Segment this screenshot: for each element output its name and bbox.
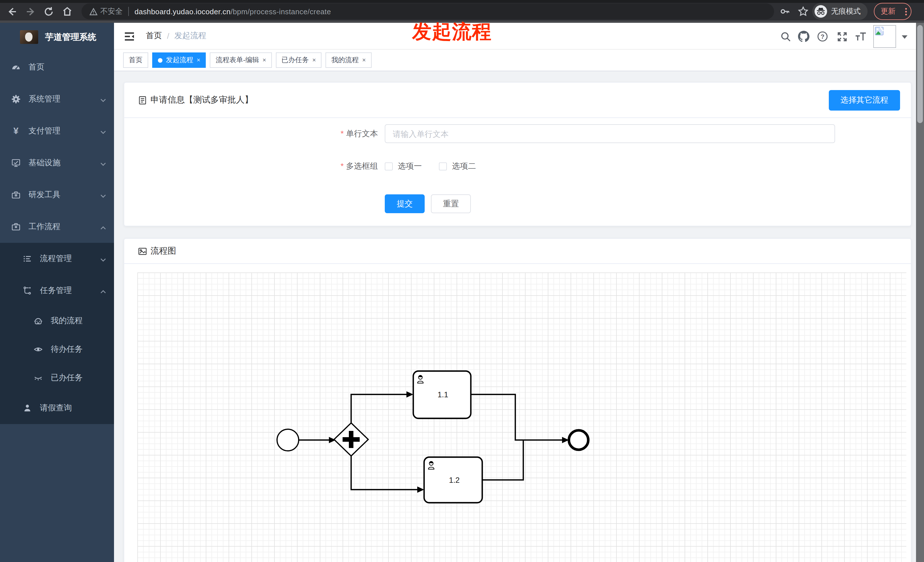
document-icon: [138, 96, 147, 105]
close-icon[interactable]: ×: [312, 57, 316, 63]
tab-my-process[interactable]: 我的流程 ×: [326, 52, 372, 68]
browser-forward-icon[interactable]: [24, 5, 37, 18]
close-icon[interactable]: ×: [362, 57, 366, 63]
sidebar-item-payment[interactable]: ¥ 支付管理: [0, 115, 114, 147]
checkbox-icon[interactable]: [439, 162, 447, 171]
tab-label: 首页: [129, 55, 142, 65]
yen-icon: ¥: [11, 127, 21, 136]
url-text: dashboard.yudao.iocoder.cn/bpm/process-i…: [129, 7, 331, 16]
robot-face-icon: [34, 316, 43, 325]
url-domain: dashboard.yudao.iocoder.cn: [135, 7, 231, 16]
sidebar-item-todo-tasks[interactable]: 待办任务: [0, 335, 114, 364]
sidebar-item-label: 待办任务: [51, 344, 106, 355]
checkbox-label: 选项二: [452, 161, 476, 172]
checkbox-label: 选项一: [398, 161, 422, 172]
address-bar[interactable]: 不安全 dashboard.yudao.iocoder.cn/bpm/proce…: [81, 3, 774, 19]
browser-update-button[interactable]: 更新: [874, 3, 912, 20]
apply-info-title-row: 申请信息【测试多审批人】: [138, 94, 253, 105]
github-icon[interactable]: [798, 31, 809, 42]
browser-reload-icon[interactable]: [42, 5, 55, 18]
checkbox-option-2[interactable]: 选项二: [439, 161, 476, 172]
tab-process-form-edit[interactable]: 流程表单-编辑 ×: [210, 52, 272, 68]
chevron-down-icon: [100, 254, 106, 263]
browser-menu-icon[interactable]: [905, 10, 907, 12]
active-dot-icon: [158, 58, 162, 62]
help-icon[interactable]: ?: [817, 31, 828, 42]
security-label: 不安全: [100, 6, 123, 16]
browser-home-icon[interactable]: [61, 5, 74, 18]
search-icon[interactable]: [780, 31, 791, 42]
chevron-up-icon: [100, 286, 106, 295]
sidebar-item-label: 已办任务: [51, 373, 106, 383]
app-logo-row[interactable]: 芋道管理系统: [0, 23, 114, 51]
flow-gateway-to-task1: [351, 394, 406, 424]
tab-home[interactable]: 首页: [123, 52, 148, 68]
task-label: 1.2: [449, 476, 460, 484]
reset-button[interactable]: 重置: [431, 194, 471, 213]
apply-info-card: 申请信息【测试多审批人】 选择其它流程 单行文本 多选框组 选项一 选项二: [124, 82, 912, 226]
bookmark-star-icon[interactable]: [797, 5, 809, 18]
sidebar-item-leave-query[interactable]: 请假查询: [0, 392, 114, 424]
sidebar-item-system[interactable]: 系统管理: [0, 83, 114, 115]
apply-info-header: 申请信息【测试多审批人】 选择其它流程: [124, 82, 911, 118]
sidebar-item-label: 首页: [28, 62, 106, 72]
flow-gateway-to-task2: [351, 455, 417, 490]
single-line-text-input[interactable]: [385, 124, 835, 143]
dashboard-gauge-icon: [11, 63, 21, 72]
sidebar-item-my-process[interactable]: 我的流程: [0, 307, 114, 335]
briefcase-icon: [11, 222, 21, 231]
tab-label: 发起流程: [166, 55, 193, 65]
sidebar-item-process-mgmt[interactable]: 流程管理: [0, 243, 114, 275]
list-icon: [23, 254, 32, 263]
checkbox-icon[interactable]: [385, 162, 393, 171]
chevron-down-icon: [100, 127, 106, 136]
close-icon[interactable]: ×: [196, 57, 200, 63]
sidebar-item-label: 任务管理: [40, 286, 100, 296]
sidebar-item-workflow[interactable]: 工作流程: [0, 211, 114, 243]
screen: 不安全 dashboard.yudao.iocoder.cn/bpm/proce…: [0, 0, 924, 562]
sidebar-item-done-tasks[interactable]: 已办任务: [0, 364, 114, 392]
close-icon[interactable]: ×: [262, 57, 266, 63]
chevron-up-icon: [100, 222, 106, 231]
checkbox-group: 选项一 选项二: [385, 161, 476, 172]
submit-button[interactable]: 提交: [385, 194, 424, 213]
key-icon[interactable]: [778, 5, 791, 18]
sidebar-item-task-mgmt[interactable]: 任务管理: [0, 275, 114, 307]
eye-icon: [34, 345, 43, 354]
tab-done-tasks[interactable]: 已办任务 ×: [276, 52, 322, 68]
diagram-header: 流程图: [124, 239, 911, 264]
chevron-down-icon: [100, 159, 106, 168]
font-size-icon[interactable]: [855, 31, 866, 42]
browser-tabstrip: [0, 0, 924, 3]
sidebar-item-label: 请假查询: [40, 403, 106, 413]
task-label: 1.1: [438, 390, 448, 399]
fullscreen-icon[interactable]: [836, 31, 848, 42]
avatar[interactable]: [873, 25, 896, 48]
select-other-process-button[interactable]: 选择其它流程: [829, 90, 900, 111]
sidebar-item-label: 研发工具: [28, 190, 100, 200]
bpmn-user-task-2: 1.2: [424, 457, 482, 503]
sidebar-item-infrastructure[interactable]: 基础设施: [0, 147, 114, 179]
avatar-caret-icon[interactable]: [902, 35, 908, 39]
breadcrumb-home[interactable]: 首页: [146, 31, 162, 41]
checkbox-option-1[interactable]: 选项一: [385, 161, 422, 172]
process-diagram-card: 流程图: [124, 238, 912, 562]
scrollbar-thumb[interactable]: [917, 25, 923, 123]
flow-task2-join: [482, 441, 523, 480]
bpmn-diagram: 1.1 1.2: [137, 273, 906, 562]
bpmn-parallel-gateway: [334, 423, 368, 456]
top-navbar: 首页 / 发起流程 ?: [114, 23, 924, 49]
sidebar-item-home[interactable]: 首页: [0, 51, 114, 83]
incognito-icon: [814, 5, 827, 18]
sidebar-item-devtools[interactable]: 研发工具: [0, 179, 114, 211]
menu-fold-icon[interactable]: [123, 30, 136, 43]
app-logo-avatar: [20, 30, 38, 44]
breadcrumb-separator: /: [167, 31, 169, 40]
tab-label: 我的流程: [332, 55, 359, 65]
tab-start-process[interactable]: 发起流程 ×: [152, 52, 206, 68]
bpmn-canvas[interactable]: 1.1 1.2: [137, 273, 906, 562]
incognito-label: 无痕模式: [831, 6, 861, 16]
security-status[interactable]: 不安全: [81, 7, 129, 16]
browser-back-icon[interactable]: [5, 5, 18, 18]
tab-label: 已办任务: [282, 55, 309, 65]
